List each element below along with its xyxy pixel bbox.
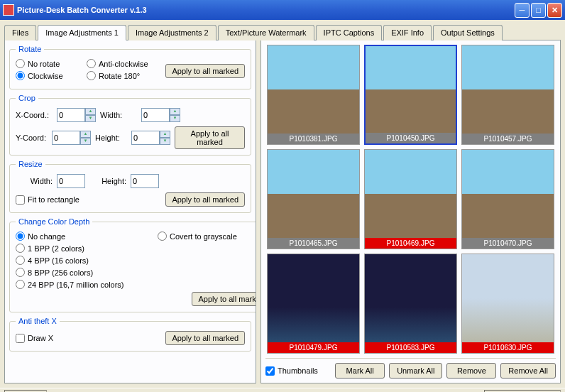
tab-iptc-captions[interactable]: IPTC Captions: [316, 25, 383, 40]
thumbnail-label: P1010469.JPG: [365, 238, 456, 249]
resize-apply-button[interactable]: Apply to all marked: [165, 192, 245, 207]
thumbnail-image: [365, 150, 456, 238]
window-title: Picture-Desk Batch Converter v.1.3: [17, 6, 515, 14]
minimize-button[interactable]: ─: [515, 3, 530, 18]
tab-image-adjustments-2[interactable]: Image Adjustments 2: [128, 25, 216, 40]
remove-button[interactable]: Remove: [446, 363, 496, 379]
spin-up-icon[interactable]: ▲: [170, 108, 180, 115]
thumbnail-image: [268, 45, 359, 134]
anti-theft-legend: Anti theft X: [16, 317, 60, 325]
thumbnail-image: [462, 45, 554, 134]
resize-h-label: Height:: [89, 177, 126, 185]
depth-24-bpp-16-7-million-colors--radio[interactable]: 24 BPP (16,7 million colors): [16, 280, 158, 289]
crop-w-label: Width:: [100, 111, 137, 119]
thumbnail-item[interactable]: P1010583.JPG: [364, 254, 457, 354]
status-left: OK: [4, 390, 47, 393]
crop-legend: Crop: [16, 94, 38, 102]
thumbnail-item[interactable]: P1010479.JPG: [267, 254, 360, 354]
tab-exif-info[interactable]: EXIF Info: [383, 25, 432, 40]
crop-group: Crop X-Coord.: ▲▼ Width: ▲▼ Y-Coord: ▲▼ …: [9, 94, 251, 156]
crop-apply-button[interactable]: Apply to all marked: [175, 126, 245, 149]
thumbnail-label: P1010381.JPG: [268, 134, 359, 144]
thumbnail-item[interactable]: P1010470.JPG: [461, 149, 554, 249]
spin-down-icon[interactable]: ▼: [85, 115, 96, 122]
crop-y-input[interactable]: [52, 131, 80, 145]
rotate-clockwise-radio[interactable]: Clockwise: [16, 71, 87, 80]
thumbnail-item[interactable]: P1010381.JPG: [267, 45, 360, 145]
spin-down-icon[interactable]: ▼: [170, 115, 180, 122]
depth-apply-button[interactable]: Apply to all marked: [192, 292, 256, 306]
depth-8-bpp-256-colors--radio[interactable]: 8 BPP (256 colors): [16, 268, 158, 277]
crop-w-input[interactable]: [141, 108, 170, 122]
status-right: 4 of 9 files marked: [484, 390, 561, 393]
thumbnail-item[interactable]: P1010630.JPG: [461, 254, 554, 354]
rotate-rotate-180--radio[interactable]: Rotate 180°: [87, 71, 158, 80]
thumbnail-label: P1010450.JPG: [366, 133, 456, 143]
spin-up-icon[interactable]: ▲: [160, 131, 170, 138]
depth-1-bpp-2-colors--radio[interactable]: 1 BPP (2 colors): [16, 244, 158, 253]
tab-files[interactable]: Files: [4, 25, 36, 40]
remove-all-button[interactable]: Remove All: [500, 363, 556, 379]
thumbnail-label: P1010465.JPG: [268, 238, 359, 249]
rotate-no-rotate-radio[interactable]: No rotate: [16, 59, 87, 68]
resize-h-input[interactable]: [131, 174, 159, 188]
spin-up-icon[interactable]: ▲: [85, 108, 96, 115]
tab-image-adjustments-1[interactable]: Image Adjustments 1: [38, 25, 126, 40]
thumbnail-item[interactable]: P1010450.JPG: [364, 45, 457, 145]
thumbnail-image: [366, 46, 456, 133]
titlebar: Picture-Desk Batch Converter v.1.3 ─ □ ✕: [0, 0, 565, 20]
anti-theft-group: Anti theft X Draw X Apply to all marked: [9, 317, 251, 352]
spin-up-icon[interactable]: ▲: [80, 131, 91, 138]
crop-x-label: X-Coord.:: [16, 111, 53, 119]
antitheft-apply-button[interactable]: Apply to all marked: [165, 331, 245, 345]
depth-no-change-radio[interactable]: No change: [16, 232, 158, 241]
thumbnail-item[interactable]: P1010465.JPG: [267, 149, 360, 249]
color-depth-group: Change Color Depth No change1 BPP (2 col…: [9, 217, 256, 312]
crop-x-input[interactable]: [57, 108, 85, 122]
tab-text-picture-watermark[interactable]: Text/Picture Watermark: [218, 25, 314, 40]
rotate-apply-button[interactable]: Apply to all marked: [165, 64, 245, 78]
thumbnail-image: [462, 150, 554, 238]
unmark-all-button[interactable]: Unmark All: [389, 363, 442, 379]
thumbnail-image: [268, 150, 359, 238]
thumbnail-image: [462, 254, 554, 342]
fit-rectangle-checkbox[interactable]: Fit to rectangle: [16, 195, 79, 205]
crop-y-label: Y-Coord:: [16, 134, 48, 142]
tab-bar: FilesImage Adjustments 1Image Adjustment…: [0, 20, 565, 40]
thumbnail-label: P1010630.JPG: [462, 342, 554, 353]
mark-all-button[interactable]: Mark All: [335, 363, 385, 379]
thumbnails-checkbox[interactable]: Thumbnails: [265, 366, 318, 376]
maximize-button[interactable]: □: [531, 3, 546, 18]
thumbnail-label: P1010479.JPG: [268, 342, 359, 353]
rotate-group: Rotate No rotateAnti-clockwiseClockwiseR…: [9, 45, 251, 89]
rotate-legend: Rotate: [16, 45, 44, 53]
draw-x-checkbox[interactable]: Draw X: [16, 334, 53, 343]
crop-h-label: Height:: [95, 134, 127, 142]
grayscale-radio[interactable]: Covert to grayscale: [158, 232, 256, 241]
thumbnail-item[interactable]: P1010469.JPG: [364, 149, 457, 249]
resize-w-input[interactable]: [57, 174, 85, 188]
spin-down-icon[interactable]: ▼: [160, 138, 170, 145]
rotate-anti-clockwise-radio[interactable]: Anti-clockwise: [87, 59, 158, 68]
thumbnail-item[interactable]: P1010457.JPG: [461, 45, 554, 145]
close-button[interactable]: ✕: [547, 3, 562, 18]
thumbnail-image: [268, 254, 359, 342]
thumbnail-label: P1010583.JPG: [365, 342, 456, 353]
thumbnail-label: P1010470.JPG: [462, 238, 554, 249]
status-bar: OK 4 of 9 files marked: [0, 388, 565, 392]
resize-w-label: Width:: [16, 177, 53, 185]
color-depth-legend: Change Color Depth: [16, 217, 92, 226]
crop-h-input[interactable]: [131, 131, 160, 145]
settings-panel: Rotate No rotateAnti-clockwiseClockwiseR…: [4, 40, 256, 383]
thumbnail-image: [365, 254, 456, 342]
thumbnail-panel: P1010381.JPGP1010450.JPGP1010457.JPGP101…: [260, 40, 561, 383]
app-icon: [3, 4, 14, 16]
depth-4-bpp-16-colors--radio[interactable]: 4 BPP (16 colors): [16, 256, 158, 265]
spin-down-icon[interactable]: ▼: [80, 138, 91, 145]
tab-output-settings[interactable]: Output Settings: [433, 25, 503, 40]
resize-group: Resize Width: Height: Fit to rectangle A…: [9, 160, 251, 213]
resize-legend: Resize: [16, 160, 45, 168]
thumbnail-label: P1010457.JPG: [462, 134, 554, 144]
